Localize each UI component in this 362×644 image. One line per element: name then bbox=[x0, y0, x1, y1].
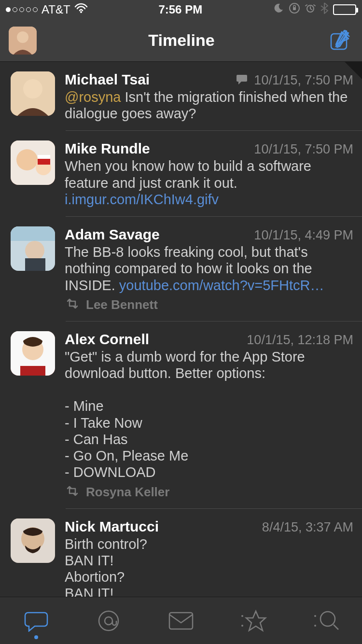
tweet-item[interactable]: Mike Rundle 10/1/15, 7:50 PM When you kn… bbox=[0, 131, 362, 216]
svg-point-5 bbox=[17, 31, 28, 43]
bluetooth-icon bbox=[320, 2, 328, 17]
author-name: Adam Savage bbox=[65, 226, 160, 243]
tweet-text: Birth control? BAN IT! Abortion? BAN IT!… bbox=[65, 536, 353, 597]
search-icon bbox=[312, 609, 339, 632]
tweet-text: The BB-8 looks freaking cool, but that's… bbox=[65, 244, 353, 294]
svg-point-24 bbox=[105, 617, 112, 625]
author-name: Alex Cornell bbox=[65, 331, 149, 348]
mention[interactable]: @rosyna bbox=[65, 89, 121, 105]
svg-rect-2 bbox=[293, 7, 296, 10]
svg-point-29 bbox=[314, 615, 316, 617]
avatar[interactable] bbox=[11, 518, 55, 563]
compose-button[interactable] bbox=[326, 27, 353, 54]
at-sign-icon bbox=[97, 609, 121, 633]
svg-rect-25 bbox=[169, 613, 193, 629]
svg-rect-20 bbox=[20, 366, 45, 376]
envelope-icon bbox=[168, 611, 194, 630]
svg-rect-15 bbox=[11, 226, 55, 241]
retweet-icon bbox=[65, 485, 80, 500]
svg-point-0 bbox=[80, 11, 82, 13]
svg-rect-12 bbox=[38, 158, 50, 165]
carrier-label: AT&T bbox=[42, 3, 70, 16]
author-name: Michael Tsai bbox=[65, 71, 150, 88]
timeline-feed[interactable]: Michael Tsai 10/1/15, 7:50 PM @rosyna Is… bbox=[0, 62, 362, 597]
status-right bbox=[273, 2, 356, 17]
page-title: Timeline bbox=[148, 31, 214, 50]
timestamp: 10/1/15, 12:18 PM bbox=[247, 333, 353, 348]
moon-icon bbox=[273, 3, 284, 16]
svg-point-30 bbox=[314, 625, 316, 627]
retweet-icon bbox=[65, 297, 80, 312]
tweet-text: @rosyna Isn't the migration finished whe… bbox=[65, 89, 353, 122]
tweet-text: "Get" is a dumb word for the App Store d… bbox=[65, 349, 353, 481]
svg-rect-13 bbox=[38, 155, 50, 159]
nav-bar: Timeline bbox=[0, 19, 362, 62]
tweet-text: When you know how to build a software fe… bbox=[65, 158, 353, 208]
timestamp: 8/4/15, 3:37 AM bbox=[262, 520, 353, 535]
tweet-item[interactable]: Adam Savage 10/1/15, 4:49 PM The BB-8 lo… bbox=[0, 217, 362, 321]
tweet-item[interactable]: Nick Martucci 8/4/15, 3:37 AM Birth cont… bbox=[0, 509, 362, 597]
star-icon bbox=[239, 609, 267, 632]
svg-point-27 bbox=[241, 625, 243, 627]
svg-point-28 bbox=[320, 612, 335, 626]
tweet-item[interactable]: Michael Tsai 10/1/15, 7:50 PM @rosyna Is… bbox=[0, 62, 362, 130]
tab-search[interactable] bbox=[290, 597, 362, 644]
svg-rect-17 bbox=[25, 258, 45, 271]
timestamp: 10/1/15, 7:50 PM bbox=[254, 142, 353, 157]
svg-point-10 bbox=[16, 149, 38, 170]
signal-strength-icon bbox=[6, 7, 38, 12]
timestamp: 10/1/15, 4:49 PM bbox=[254, 228, 353, 243]
author-name: Mike Rundle bbox=[65, 140, 150, 157]
tab-mentions[interactable] bbox=[72, 597, 145, 644]
svg-point-16 bbox=[25, 241, 44, 260]
tab-bar bbox=[0, 597, 362, 644]
avatar[interactable] bbox=[11, 226, 55, 271]
author-name: Nick Martucci bbox=[65, 518, 159, 535]
thread-fold-icon bbox=[345, 62, 362, 79]
alarm-icon bbox=[305, 3, 316, 16]
svg-point-23 bbox=[99, 611, 118, 630]
svg-point-26 bbox=[241, 615, 243, 617]
link[interactable]: i.imgur.com/IKChIw4.gifv bbox=[65, 192, 219, 207]
tab-favorites[interactable] bbox=[217, 597, 290, 644]
battery-icon bbox=[333, 4, 356, 15]
retweet-info: Rosyna Keller bbox=[65, 485, 353, 500]
tab-messages[interactable] bbox=[145, 597, 217, 644]
retweeter-name: Rosyna Keller bbox=[86, 485, 169, 500]
status-time: 7:56 PM bbox=[158, 3, 202, 16]
retweeter-name: Lee Bennett bbox=[86, 297, 158, 312]
svg-point-8 bbox=[23, 79, 42, 98]
retweet-info: Lee Bennett bbox=[65, 297, 353, 312]
status-left: AT&T bbox=[6, 3, 88, 16]
unread-dot-icon bbox=[34, 635, 38, 639]
reply-icon bbox=[236, 73, 248, 88]
avatar[interactable] bbox=[11, 140, 55, 185]
timestamp: 10/1/15, 7:50 PM bbox=[236, 73, 353, 88]
wifi-icon bbox=[74, 3, 88, 16]
tab-timeline[interactable] bbox=[0, 597, 72, 644]
link[interactable]: youtube.com/watch?v=5FHtcR… bbox=[119, 278, 324, 293]
speech-bubble-icon bbox=[24, 610, 48, 632]
avatar[interactable] bbox=[11, 331, 55, 376]
status-bar: AT&T 7:56 PM bbox=[0, 0, 362, 19]
avatar[interactable] bbox=[11, 71, 55, 116]
rotation-lock-icon bbox=[289, 2, 300, 17]
profile-avatar[interactable] bbox=[9, 27, 37, 55]
tweet-item[interactable]: Alex Cornell 10/1/15, 12:18 PM "Get" is … bbox=[0, 322, 362, 508]
